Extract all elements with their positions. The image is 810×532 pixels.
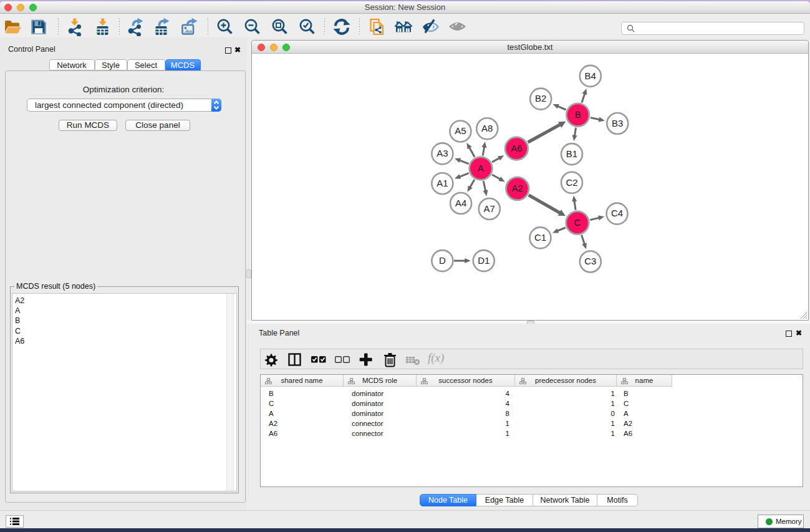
svg-text:D1: D1 bbox=[478, 255, 489, 266]
svg-text:A8: A8 bbox=[481, 123, 493, 133]
svg-text:B3: B3 bbox=[612, 118, 623, 128]
svg-text:A3: A3 bbox=[436, 148, 448, 158]
svg-text:C4: C4 bbox=[611, 208, 623, 218]
svg-text:B1: B1 bbox=[566, 148, 577, 159]
svg-text:B2: B2 bbox=[535, 93, 546, 104]
svg-text:A1: A1 bbox=[436, 178, 448, 188]
svg-text:A6: A6 bbox=[511, 143, 522, 153]
svg-text:C: C bbox=[574, 217, 581, 228]
svg-text:C1: C1 bbox=[534, 232, 546, 243]
svg-text:A4: A4 bbox=[455, 198, 466, 208]
svg-text:B: B bbox=[575, 109, 581, 120]
svg-text:A5: A5 bbox=[455, 125, 466, 136]
svg-text:A: A bbox=[478, 163, 484, 173]
svg-text:B4: B4 bbox=[585, 70, 596, 81]
svg-text:C3: C3 bbox=[584, 256, 596, 266]
svg-text:A2: A2 bbox=[512, 183, 523, 193]
svg-text:A7: A7 bbox=[484, 203, 495, 214]
svg-text:D: D bbox=[439, 255, 446, 266]
svg-text:C2: C2 bbox=[566, 177, 577, 188]
